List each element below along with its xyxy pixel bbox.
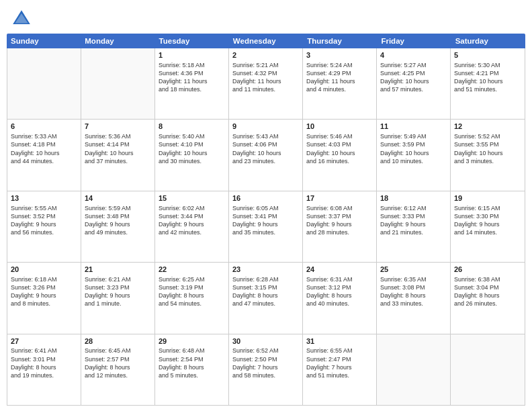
day-number: 19: [454, 193, 521, 203]
cell-details: Sunrise: 6:21 AMSunset: 3:23 PMDaylight:…: [85, 275, 151, 308]
table-row: 3Sunrise: 5:24 AMSunset: 4:29 PMDaylight…: [303, 48, 377, 119]
table-row: [451, 334, 525, 405]
day-number: 27: [11, 336, 77, 347]
cell-details: Sunrise: 6:41 AMSunset: 3:01 PMDaylight:…: [11, 347, 77, 379]
cell-details: Sunrise: 5:18 AMSunset: 4:36 PMDaylight:…: [159, 61, 225, 94]
day-number: 20: [11, 265, 77, 275]
table-row: 2Sunrise: 5:21 AMSunset: 4:32 PMDaylight…: [229, 48, 303, 119]
cell-details: Sunrise: 6:48 AMSunset: 2:54 PMDaylight:…: [159, 347, 225, 379]
cell-details: Sunrise: 5:30 AMSunset: 4:21 PMDaylight:…: [454, 61, 521, 94]
cell-details: Sunrise: 5:52 AMSunset: 3:55 PMDaylight:…: [454, 132, 521, 165]
day-number: 5: [454, 50, 521, 60]
table-row: [81, 48, 155, 119]
table-row: 10Sunrise: 5:46 AMSunset: 4:03 PMDayligh…: [303, 120, 377, 190]
cell-details: Sunrise: 6:05 AMSunset: 3:41 PMDaylight:…: [232, 204, 299, 237]
table-row: 9Sunrise: 5:43 AMSunset: 4:06 PMDaylight…: [229, 120, 303, 190]
table-row: 24Sunrise: 6:31 AMSunset: 3:12 PMDayligh…: [303, 263, 377, 333]
table-row: 1Sunrise: 5:18 AMSunset: 4:36 PMDaylight…: [155, 48, 229, 119]
page: SundayMondayTuesdayWednesdayThursdayFrid…: [0, 0, 532, 411]
header-day-tuesday: Tuesday: [155, 34, 229, 48]
day-number: 11: [380, 122, 447, 132]
day-number: 9: [232, 122, 299, 132]
calendar-row-1: 1Sunrise: 5:18 AMSunset: 4:36 PMDaylight…: [7, 48, 525, 120]
header-day-saturday: Saturday: [451, 34, 525, 48]
table-row: 8Sunrise: 5:40 AMSunset: 4:10 PMDaylight…: [155, 120, 229, 190]
table-row: 6Sunrise: 5:33 AMSunset: 4:18 PMDaylight…: [7, 120, 81, 190]
table-row: 7Sunrise: 5:36 AMSunset: 4:14 PMDaylight…: [81, 120, 155, 190]
cell-details: Sunrise: 5:49 AMSunset: 3:59 PMDaylight:…: [380, 132, 447, 165]
table-row: 11Sunrise: 5:49 AMSunset: 3:59 PMDayligh…: [377, 120, 451, 190]
day-number: 6: [11, 122, 77, 132]
table-row: 26Sunrise: 6:38 AMSunset: 3:04 PMDayligh…: [451, 263, 525, 333]
day-number: 17: [306, 193, 373, 203]
cell-details: Sunrise: 6:35 AMSunset: 3:08 PMDaylight:…: [380, 275, 447, 308]
day-number: 18: [380, 193, 447, 203]
calendar: SundayMondayTuesdayWednesdayThursdayFrid…: [0, 34, 532, 411]
table-row: 31Sunrise: 6:55 AMSunset: 2:47 PMDayligh…: [303, 334, 377, 405]
day-number: 3: [306, 50, 373, 60]
cell-details: Sunrise: 6:45 AMSunset: 2:57 PMDaylight:…: [85, 347, 151, 379]
table-row: 19Sunrise: 6:15 AMSunset: 3:30 PMDayligh…: [451, 191, 525, 262]
cell-details: Sunrise: 5:43 AMSunset: 4:06 PMDaylight:…: [232, 132, 299, 165]
calendar-header: SundayMondayTuesdayWednesdayThursdayFrid…: [7, 34, 525, 48]
table-row: 18Sunrise: 6:12 AMSunset: 3:33 PMDayligh…: [377, 191, 451, 262]
day-number: 10: [306, 122, 373, 132]
cell-details: Sunrise: 6:25 AMSunset: 3:19 PMDaylight:…: [159, 275, 225, 308]
cell-details: Sunrise: 6:52 AMSunset: 2:50 PMDaylight:…: [232, 347, 299, 379]
day-number: 21: [85, 265, 151, 275]
header-day-sunday: Sunday: [7, 34, 81, 48]
cell-details: Sunrise: 6:15 AMSunset: 3:30 PMDaylight:…: [454, 204, 521, 237]
table-row: [377, 334, 451, 405]
table-row: 16Sunrise: 6:05 AMSunset: 3:41 PMDayligh…: [229, 191, 303, 262]
calendar-body: 1Sunrise: 5:18 AMSunset: 4:36 PMDaylight…: [7, 48, 525, 406]
header-day-friday: Friday: [377, 34, 451, 48]
cell-details: Sunrise: 5:24 AMSunset: 4:29 PMDaylight:…: [306, 61, 373, 94]
table-row: 13Sunrise: 5:55 AMSunset: 3:52 PMDayligh…: [7, 191, 81, 262]
table-row: 21Sunrise: 6:21 AMSunset: 3:23 PMDayligh…: [81, 263, 155, 333]
cell-details: Sunrise: 5:27 AMSunset: 4:25 PMDaylight:…: [380, 61, 447, 94]
day-number: 16: [232, 193, 299, 203]
cell-details: Sunrise: 6:31 AMSunset: 3:12 PMDaylight:…: [306, 275, 373, 308]
day-number: 7: [85, 122, 151, 132]
day-number: 8: [159, 122, 225, 132]
day-number: 30: [232, 336, 299, 347]
day-number: 24: [306, 265, 373, 275]
day-number: 13: [11, 193, 77, 203]
table-row: 20Sunrise: 6:18 AMSunset: 3:26 PMDayligh…: [7, 263, 81, 333]
day-number: 31: [306, 336, 373, 347]
cell-details: Sunrise: 5:46 AMSunset: 4:03 PMDaylight:…: [306, 132, 373, 165]
cell-details: Sunrise: 6:08 AMSunset: 3:37 PMDaylight:…: [306, 204, 373, 237]
cell-details: Sunrise: 5:40 AMSunset: 4:10 PMDaylight:…: [159, 132, 225, 165]
logo: [11, 8, 35, 30]
day-number: 23: [232, 265, 299, 275]
cell-details: Sunrise: 6:38 AMSunset: 3:04 PMDaylight:…: [454, 275, 521, 308]
calendar-row-3: 13Sunrise: 5:55 AMSunset: 3:52 PMDayligh…: [7, 191, 525, 263]
table-row: 30Sunrise: 6:52 AMSunset: 2:50 PMDayligh…: [229, 334, 303, 405]
cell-details: Sunrise: 6:02 AMSunset: 3:44 PMDaylight:…: [159, 204, 225, 237]
day-number: 4: [380, 50, 447, 60]
header: [0, 0, 532, 34]
day-number: 25: [380, 265, 447, 275]
cell-details: Sunrise: 5:59 AMSunset: 3:48 PMDaylight:…: [85, 204, 151, 237]
day-number: 2: [232, 50, 299, 60]
table-row: [7, 48, 81, 119]
calendar-row-4: 20Sunrise: 6:18 AMSunset: 3:26 PMDayligh…: [7, 263, 525, 334]
cell-details: Sunrise: 5:55 AMSunset: 3:52 PMDaylight:…: [11, 204, 77, 237]
cell-details: Sunrise: 6:18 AMSunset: 3:26 PMDaylight:…: [11, 275, 77, 308]
calendar-row-2: 6Sunrise: 5:33 AMSunset: 4:18 PMDaylight…: [7, 120, 525, 191]
cell-details: Sunrise: 5:21 AMSunset: 4:32 PMDaylight:…: [232, 61, 299, 94]
table-row: 29Sunrise: 6:48 AMSunset: 2:54 PMDayligh…: [155, 334, 229, 405]
day-number: 15: [159, 193, 225, 203]
table-row: 12Sunrise: 5:52 AMSunset: 3:55 PMDayligh…: [451, 120, 525, 190]
day-number: 1: [159, 50, 225, 60]
generalblue-icon: [11, 8, 32, 30]
day-number: 29: [159, 336, 225, 347]
header-day-wednesday: Wednesday: [229, 34, 303, 48]
table-row: 17Sunrise: 6:08 AMSunset: 3:37 PMDayligh…: [303, 191, 377, 262]
table-row: 23Sunrise: 6:28 AMSunset: 3:15 PMDayligh…: [229, 263, 303, 333]
cell-details: Sunrise: 5:33 AMSunset: 4:18 PMDaylight:…: [11, 132, 77, 165]
day-number: 26: [454, 265, 521, 275]
day-number: 12: [454, 122, 521, 132]
table-row: 15Sunrise: 6:02 AMSunset: 3:44 PMDayligh…: [155, 191, 229, 262]
header-day-monday: Monday: [81, 34, 154, 48]
